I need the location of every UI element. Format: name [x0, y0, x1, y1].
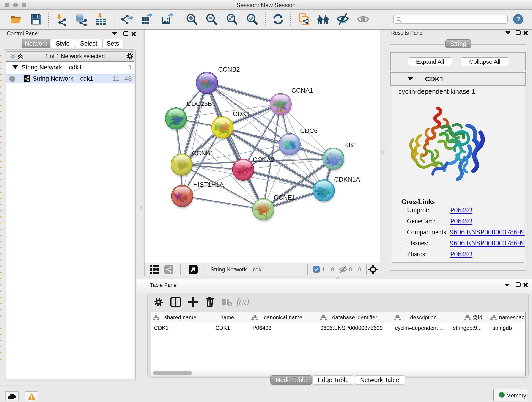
svg-text:CDKN1A: CDKN1A — [334, 176, 360, 183]
svg-text:CCNE1: CCNE1 — [274, 194, 296, 201]
svg-text:RB1: RB1 — [344, 141, 356, 148]
svg-text:CDC25B: CDC25B — [187, 100, 212, 107]
svg-text:HIST1H1A: HIST1H1A — [193, 181, 224, 188]
svg-text:?: ? — [516, 16, 520, 23]
svg-text:CDK1: CDK1 — [233, 110, 250, 117]
svg-text:CDC6: CDC6 — [300, 127, 317, 134]
svg-text:CCNA1: CCNA1 — [291, 87, 313, 94]
svg-text:CCNA2: CCNA2 — [253, 156, 274, 163]
svg-text:CCNB2: CCNB2 — [218, 66, 240, 73]
svg-text:CCNB1: CCNB1 — [192, 150, 214, 157]
